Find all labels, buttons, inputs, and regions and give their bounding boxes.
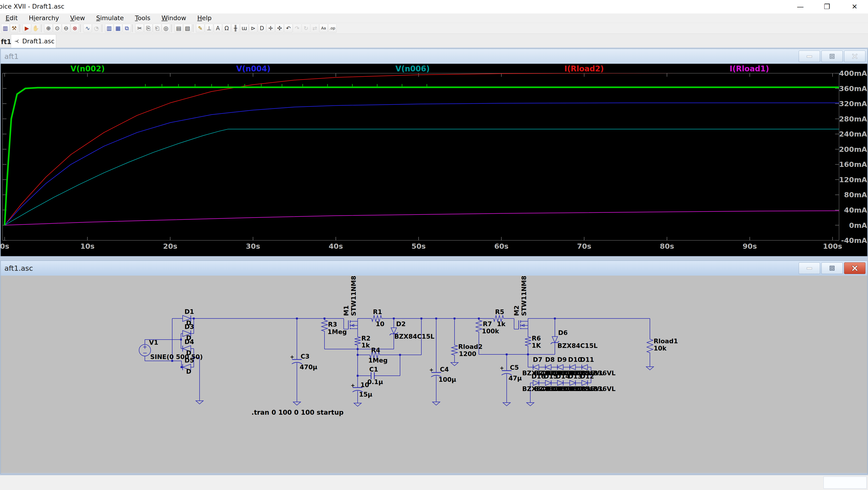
svg-text:240mA: 240mA <box>839 130 867 138</box>
svg-text:100k: 100k <box>482 328 499 335</box>
menu-hierarchy[interactable]: Hierarchy <box>23 13 65 23</box>
svg-text:V(n002): V(n002) <box>70 64 105 73</box>
schematic-minimize-button[interactable] <box>799 263 820 274</box>
toolbar-rotate-icon[interactable]: ↻ <box>302 24 310 33</box>
toolbar-ground-icon[interactable]: ⊥ <box>205 24 213 33</box>
svg-text:47µ: 47µ <box>508 374 522 382</box>
toolbar-print-icon[interactable]: ▤ <box>175 24 183 33</box>
toolbar-find-icon[interactable]: ◎ <box>162 24 170 33</box>
toolbar-capacitor-icon[interactable]: ╫ <box>231 24 240 33</box>
svg-text:V(n006): V(n006) <box>395 64 430 73</box>
toolbar-save-icon[interactable]: ▥ <box>1 24 9 33</box>
svg-text:30s: 30s <box>246 242 260 250</box>
waveform-minimize-button[interactable] <box>799 51 820 62</box>
toolbar-zoom-back-icon[interactable]: ⊙ <box>53 24 61 33</box>
svg-text:1K: 1K <box>532 342 541 349</box>
svg-text:D16: D16 <box>531 373 546 380</box>
svg-text:−: − <box>143 350 147 356</box>
toolbar-move-icon[interactable]: ✛ <box>267 24 275 33</box>
waveform-window[interactable]: aft1 400mA360mA320mA280mA240mA200mA160mA… <box>0 49 868 256</box>
toolbar-edit-wire-icon[interactable]: ✎ <box>196 24 205 33</box>
waveform-window-titlebar[interactable]: aft1 <box>1 49 867 64</box>
toolbar-print-preview-icon[interactable]: ▧ <box>183 24 192 33</box>
toolbar-copy-icon[interactable]: ⎘ <box>144 24 153 33</box>
svg-text:1k: 1k <box>361 342 370 349</box>
toolbar-text-icon[interactable]: Aa <box>319 24 328 33</box>
svg-text:C1: C1 <box>369 366 378 373</box>
toolbar-redo-icon[interactable]: ↷ <box>293 24 301 33</box>
toolbar: ▥⚒▶✋⊕⊙⊖⊗∿◔▥▦⧉✂⎘⎗◎▤▧✎⊥AΩ╫ɯ⊳D✛✣↶↷↻⇄Aa.op <box>0 23 868 34</box>
tab-draft1-asc[interactable]: Draft1.asc <box>11 34 56 48</box>
svg-text:R3: R3 <box>328 321 337 328</box>
waveform-restore-button[interactable] <box>822 51 843 62</box>
tabbar: ft1 Draft1.asc <box>0 34 868 48</box>
svg-text:V1: V1 <box>149 339 158 346</box>
svg-text:200mA: 200mA <box>839 145 867 153</box>
menubar: EditHierarchyViewSimulateToolsWindowHelp <box>0 13 868 23</box>
toolbar-zoom-full-extents-icon[interactable]: ⊗ <box>71 24 79 33</box>
toolbar-halt-waveform-icon[interactable]: ◔ <box>92 24 101 33</box>
toolbar-label-net-icon[interactable]: A <box>214 24 222 33</box>
waveform-plot-area[interactable]: 400mA360mA320mA280mA240mA200mA160mA120mA… <box>1 64 867 256</box>
schematic-drawing: R31MegR21kR41MegR110R7100kR51kR61KRload2… <box>1 276 867 473</box>
svg-text:I(Rload1): I(Rload1) <box>730 64 769 73</box>
menu-window[interactable]: Window <box>156 13 192 23</box>
menu-edit[interactable]: Edit <box>0 13 23 23</box>
menu-help[interactable]: Help <box>192 13 217 23</box>
app-title: pice XVII - Draft1.asc <box>0 3 64 10</box>
toolbar-tile-horizontally-icon[interactable]: ▦ <box>114 24 122 33</box>
svg-text:10k: 10k <box>654 345 667 352</box>
schematic-close-button[interactable] <box>844 263 865 274</box>
toolbar-tile-vertically-icon[interactable]: ▥ <box>105 24 113 33</box>
toolbar-zoom-in-icon[interactable]: ⊕ <box>44 24 53 33</box>
schematic-tab-icon <box>14 38 20 44</box>
toolbar-separator <box>41 24 43 32</box>
svg-text:Rload2: Rload2 <box>458 343 483 350</box>
toolbar-spice-directive-icon[interactable]: .op <box>328 24 337 33</box>
toolbar-halt-icon[interactable]: ✋ <box>32 24 40 33</box>
svg-text:D4: D4 <box>185 338 194 345</box>
maximize-button[interactable]: ❐ <box>819 2 835 11</box>
svg-text:R5: R5 <box>495 308 504 315</box>
toolbar-inductor-icon[interactable]: ɯ <box>240 24 248 33</box>
svg-text:D12: D12 <box>580 373 594 380</box>
menu-simulate[interactable]: Simulate <box>91 13 129 23</box>
svg-text:80mA: 80mA <box>844 190 867 199</box>
menu-tools[interactable]: Tools <box>129 13 156 23</box>
toolbar-autorange-y-icon[interactable]: ∿ <box>84 24 92 33</box>
waveform-chart: 400mA360mA320mA280mA240mA200mA160mA120mA… <box>1 64 867 256</box>
toolbar-drag-icon[interactable]: ✣ <box>275 24 284 33</box>
tab-overflow[interactable]: ft1 <box>1 38 11 45</box>
toolbar-component-icon[interactable]: D <box>258 24 266 33</box>
svg-text:70s: 70s <box>577 242 591 250</box>
svg-text:1k: 1k <box>497 320 506 328</box>
close-button[interactable]: ✕ <box>846 2 863 11</box>
toolbar-control-panel-icon[interactable]: ⚒ <box>10 24 18 33</box>
toolbar-zoom-out-icon[interactable]: ⊖ <box>62 24 70 33</box>
svg-text:100µ: 100µ <box>438 376 456 383</box>
svg-text:320mA: 320mA <box>839 99 867 108</box>
toolbar-cascade-windows-icon[interactable]: ⧉ <box>123 24 131 33</box>
schematic-window-titlebar[interactable]: aft1.asc <box>1 261 867 276</box>
status-grip[interactable] <box>824 477 867 489</box>
toolbar-diode-icon[interactable]: ⊳ <box>249 24 257 33</box>
app-titlebar[interactable]: pice XVII - Draft1.asc — ❐ ✕ <box>0 0 868 13</box>
toolbar-run-icon[interactable]: ▶ <box>23 24 31 33</box>
svg-text:Rload1: Rload1 <box>654 337 678 345</box>
toolbar-paste-icon[interactable]: ⎗ <box>153 24 161 33</box>
svg-text:V(n004): V(n004) <box>236 64 271 73</box>
waveform-close-button[interactable] <box>844 51 865 62</box>
schematic-restore-button[interactable] <box>822 263 843 274</box>
svg-text:R2: R2 <box>361 335 371 342</box>
svg-text:+: + <box>351 382 355 388</box>
toolbar-undo-icon[interactable]: ↶ <box>284 24 292 33</box>
toolbar-resistor-icon[interactable]: Ω <box>222 24 231 33</box>
svg-text:I(Rload2): I(Rload2) <box>564 64 604 73</box>
menu-view[interactable]: View <box>65 13 91 23</box>
toolbar-mirror-icon[interactable]: ⇄ <box>311 24 319 33</box>
schematic-canvas[interactable]: R31MegR21kR41MegR110R7100kR51kR61KRload2… <box>1 276 867 473</box>
svg-text:50s: 50s <box>411 242 426 250</box>
schematic-window[interactable]: aft1.asc R31MegR21kR41MegR110R7100kR51kR… <box>0 261 868 474</box>
minimize-button[interactable]: — <box>792 2 808 11</box>
toolbar-cut-icon[interactable]: ✂ <box>135 24 144 33</box>
